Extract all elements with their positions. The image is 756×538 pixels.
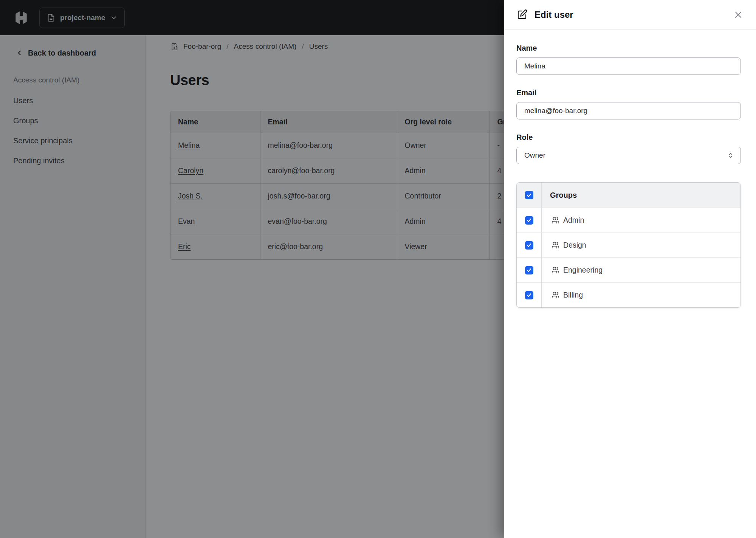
- group-row-design: Design: [517, 233, 741, 257]
- drawer-body: Name Email Role Owner: [504, 29, 756, 308]
- group-label: Billing: [563, 291, 583, 299]
- checkmark-icon: [526, 192, 532, 198]
- group-label: Design: [563, 241, 586, 250]
- group-label: Engineering: [563, 266, 603, 274]
- groups-header-label: Groups: [550, 191, 577, 200]
- role-select[interactable]: Owner: [516, 147, 741, 164]
- close-icon: [734, 10, 743, 19]
- group-checkbox-admin[interactable]: [525, 216, 533, 225]
- checkmark-icon: [526, 217, 532, 223]
- app: project-name Back to dashboard Access co…: [0, 0, 756, 538]
- role-select-value: Owner: [524, 151, 545, 160]
- group-checkbox-design[interactable]: [525, 241, 533, 250]
- groups-select-all-checkbox[interactable]: [525, 191, 533, 199]
- group-row-engineering: Engineering: [517, 257, 741, 282]
- group-checkbox-engineering[interactable]: [525, 266, 533, 274]
- email-input[interactable]: [516, 102, 741, 119]
- edit-icon: [516, 9, 528, 20]
- group-checkbox-billing[interactable]: [525, 291, 533, 299]
- groups-header-row: Groups: [517, 183, 741, 208]
- select-chevrons-icon: [727, 152, 734, 159]
- name-label: Name: [516, 43, 741, 53]
- users-icon: [552, 291, 559, 299]
- drawer-title: Edit user: [534, 9, 733, 20]
- drawer-header: Edit user: [504, 0, 756, 29]
- users-icon: [552, 241, 559, 249]
- checkmark-icon: [526, 292, 532, 298]
- group-label: Admin: [563, 216, 584, 225]
- group-row-billing: Billing: [517, 282, 741, 307]
- role-label: Role: [516, 132, 741, 142]
- name-input[interactable]: [516, 57, 741, 75]
- edit-user-drawer: Edit user Name Email Role Owner: [504, 0, 756, 538]
- email-label: Email: [516, 88, 741, 98]
- checkmark-icon: [526, 242, 532, 248]
- users-icon: [552, 216, 559, 224]
- close-button[interactable]: [733, 9, 744, 20]
- groups-table: Groups Admin: [516, 182, 741, 308]
- group-row-admin: Admin: [517, 208, 741, 233]
- checkmark-icon: [526, 267, 532, 273]
- users-icon: [552, 266, 559, 274]
